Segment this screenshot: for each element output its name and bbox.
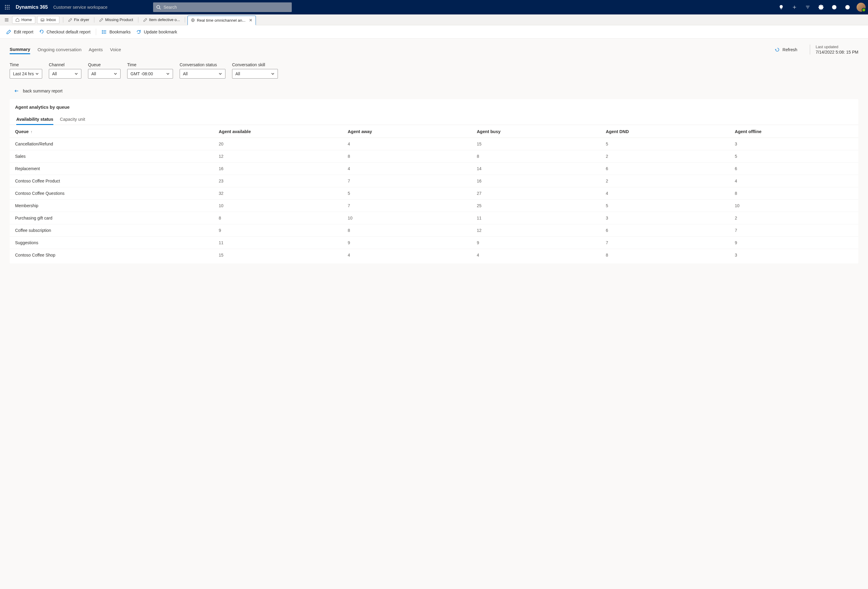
value-cell: 4 [471,249,600,261]
filter-value: All [52,71,57,76]
chevron-down-icon [218,72,222,75]
tab-missing-product[interactable]: Missing Product [97,16,135,24]
agent-analytics-card: Agent analytics by queue Availability st… [10,99,858,264]
tab-item-defective[interactable]: Item defective o... [141,16,183,24]
queue-cell: Coffee subscription [10,224,213,237]
card-title: Agent analytics by queue [10,105,858,110]
col-agent-offline[interactable]: Agent offline [729,125,858,138]
tab-ongoing-conversation[interactable]: Ongoing conversation [37,45,81,54]
tab-label: Real time omnichannel an... [197,18,245,23]
col-agent-busy[interactable]: Agent busy [471,125,600,138]
value-cell: 8 [342,224,471,237]
cmd-label: Checkout default report [47,29,91,34]
checkout-default-report-button[interactable]: Checkout default report [39,29,91,35]
filter-select[interactable]: All [49,69,81,79]
app-title: Dynamics 365 [16,4,48,10]
chevron-down-icon [271,72,275,75]
settings-icon[interactable] [815,1,827,13]
filter-value: GMT -08:00 [130,71,153,76]
value-cell: 9 [471,237,600,249]
refresh-button[interactable]: Refresh [775,47,803,52]
bookmarks-button[interactable]: Bookmarks [102,29,130,35]
filter-select[interactable]: Last 24 hrs [10,69,42,79]
tab-fix-dryer[interactable]: Fix dryer [66,16,92,24]
emoji-icon[interactable] [841,1,853,13]
filter-value: All [235,71,240,76]
value-cell: 10 [729,200,858,212]
cmd-label: Update bookmark [144,29,177,34]
subtab-availability-status[interactable]: Availability status [16,115,53,125]
value-cell: 32 [213,187,342,200]
inbox-icon [40,18,44,22]
value-cell: 12 [471,224,600,237]
last-updated: Last updated 7/14/2022 5:08: 15 PM [810,44,858,54]
value-cell: 15 [471,138,600,150]
value-cell: 15 [213,249,342,261]
svg-point-32 [102,33,103,34]
value-cell: 10 [213,200,342,212]
value-cell: 7 [729,224,858,237]
app-launcher-icon[interactable] [2,2,12,12]
lightbulb-icon[interactable] [775,1,787,13]
filter-time: TimeGMT -08:00 [127,62,173,79]
svg-point-0 [5,5,6,6]
value-cell: 3 [729,138,858,150]
site-map-icon[interactable] [2,16,12,24]
tab-home[interactable]: Home [12,16,35,24]
filter-channel: ChannelAll [49,62,81,79]
filter-select[interactable]: All [88,69,121,79]
tab-voice[interactable]: Voice [110,45,121,54]
col-agent-dnd[interactable]: Agent DND [600,125,729,138]
value-cell: 16 [213,163,342,175]
filter-select[interactable]: All [232,69,278,79]
filter-select[interactable]: GMT -08:00 [127,69,173,79]
col-agent-away[interactable]: Agent away [342,125,471,138]
search-input[interactable] [153,2,292,12]
filter-value: All [92,71,96,76]
value-cell: 20 [213,138,342,150]
agent-analytics-table: Queue↑Agent availableAgent awayAgent bus… [10,125,858,261]
svg-point-20 [847,7,847,7]
pencil-icon [68,18,72,22]
value-cell: 27 [471,187,600,200]
tab-agents[interactable]: Agents [89,45,103,54]
filter-label: Time [10,62,42,67]
value-cell: 5 [600,200,729,212]
filter-icon[interactable] [802,1,814,13]
undo-icon [39,29,44,35]
svg-point-31 [102,32,103,32]
tab-summary[interactable]: Summary [10,45,30,54]
subtab-capacity-unit[interactable]: Capacity unit [60,115,85,125]
tab-realtime-omnichannel[interactable]: Real time omnichannel an... ✕ [187,16,256,25]
card-sub-tabs: Availability status Capacity unit [10,115,858,125]
table-row: Contoso Coffee Shop154483 [10,249,858,261]
svg-point-7 [7,9,8,10]
update-bookmark-button[interactable]: Update bookmark [136,29,177,35]
col-queue[interactable]: Queue↑ [10,125,213,138]
add-icon[interactable] [788,1,800,13]
value-cell: 4 [342,249,471,261]
filter-select[interactable]: All [180,69,226,79]
value-cell: 8 [471,150,600,163]
user-avatar[interactable] [856,3,866,12]
value-cell: 16 [471,175,600,187]
last-updated-label: Last updated [816,44,858,49]
value-cell: 4 [600,187,729,200]
help-icon[interactable] [828,1,840,13]
queue-cell: Cancellation/Refund [10,138,213,150]
col-agent-available[interactable]: Agent available [213,125,342,138]
table-row: Contoso Coffee Product2371624 [10,175,858,187]
close-icon[interactable]: ✕ [249,18,252,23]
queue-cell: Membership [10,200,213,212]
chevron-down-icon [114,72,117,75]
edit-report-button[interactable]: Edit report [6,29,34,35]
tab-inbox[interactable]: Inbox [37,16,59,24]
filter-conversation-status: Conversation statusAll [180,62,226,79]
svg-point-1 [7,5,8,6]
value-cell: 4 [342,163,471,175]
tab-label: Inbox [46,18,56,22]
value-cell: 25 [471,200,600,212]
filter-bar: TimeLast 24 hrsChannelAllQueueAllTimeGMT… [10,62,858,79]
svg-line-10 [159,8,161,9]
back-summary-link[interactable]: back summary report [14,88,858,94]
